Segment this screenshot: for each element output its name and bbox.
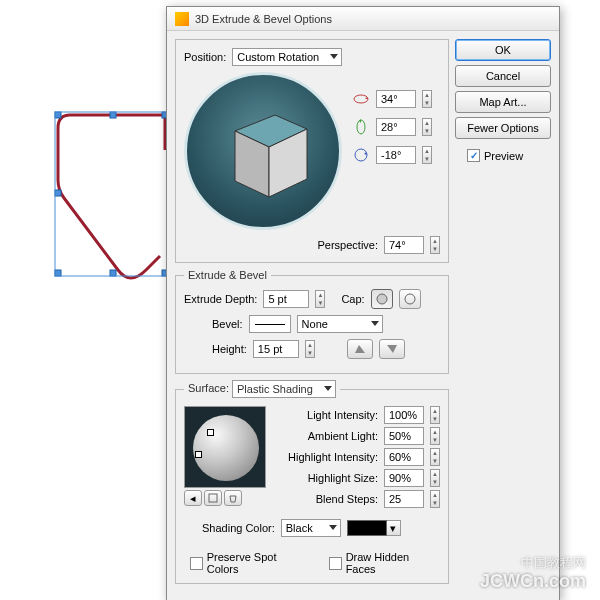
delete-light-button[interactable] (224, 490, 242, 506)
rotation-trackball[interactable] (184, 72, 342, 230)
extrude-bevel-group: Extrude & Bevel Extrude Depth: 5 pt ▲▼ C… (175, 269, 449, 374)
cap-label: Cap: (341, 293, 364, 305)
preserve-spot-checkbox[interactable] (190, 557, 203, 570)
chevron-down-icon (371, 321, 379, 326)
svg-rect-7 (55, 112, 168, 276)
ambient-light-field[interactable]: 50% (384, 427, 424, 445)
shading-color-picker[interactable]: ▾ (387, 520, 401, 536)
highlight-size-label: Highlight Size: (278, 472, 378, 484)
stepper-z[interactable]: ▲▼ (422, 146, 432, 164)
cancel-button[interactable]: Cancel (455, 65, 551, 87)
svg-point-14 (377, 294, 387, 304)
ok-button[interactable]: OK (455, 39, 551, 61)
shading-color-swatch[interactable] (347, 520, 387, 536)
blend-steps-label: Blend Steps: (278, 493, 378, 505)
bevel-swatch (249, 315, 291, 333)
svg-rect-0 (55, 112, 61, 118)
stepper[interactable]: ▲▼ (430, 490, 440, 508)
depth-label: Extrude Depth: (184, 293, 257, 305)
stepper-y[interactable]: ▲▼ (422, 118, 432, 136)
light-intensity-label: Light Intensity: (278, 409, 378, 421)
perspective-label: Perspective: (317, 239, 378, 251)
bevel-dropdown[interactable]: None (297, 315, 383, 333)
highlight-size-field[interactable]: 90% (384, 469, 424, 487)
map-art-button[interactable]: Map Art... (455, 91, 551, 113)
titlebar[interactable]: 3D Extrude & Bevel Options (167, 7, 559, 31)
position-dropdown[interactable]: Custom Rotation (232, 48, 342, 66)
position-group: Position: Custom Rotation (175, 39, 449, 263)
preserve-spot-label: Preserve Spot Colors (207, 551, 309, 575)
rotate-x-field[interactable]: 34° (376, 90, 416, 108)
svg-point-15 (405, 294, 415, 304)
draw-hidden-label: Draw Hidden Faces (346, 551, 440, 575)
app-icon (175, 12, 189, 26)
depth-field[interactable]: 5 pt (263, 290, 309, 308)
bevel-extent-in-button[interactable] (347, 339, 373, 359)
light-handle[interactable] (195, 451, 202, 458)
new-light-button[interactable] (204, 490, 222, 506)
light-back-button[interactable]: ◂ (184, 490, 202, 506)
rotate-z-field[interactable]: -18° (376, 146, 416, 164)
shading-color-dropdown[interactable]: Black (281, 519, 341, 537)
bevel-label: Bevel: (212, 318, 243, 330)
light-intensity-field[interactable]: 100% (384, 406, 424, 424)
preview-checkbox[interactable]: ✓ (467, 149, 480, 162)
light-preview[interactable] (184, 406, 266, 488)
ambient-light-label: Ambient Light: (278, 430, 378, 442)
shading-color-label: Shading Color: (202, 522, 275, 534)
blend-steps-field[interactable]: 25 (384, 490, 424, 508)
selected-path[interactable] (50, 110, 180, 290)
cube-preview (225, 107, 315, 201)
surface-group: Surface: Plastic Shading ◂ (175, 380, 449, 584)
svg-rect-16 (209, 494, 217, 502)
dialog-3d-extrude-bevel: 3D Extrude & Bevel Options Position: Cus… (166, 6, 560, 600)
chevron-down-icon (330, 54, 338, 59)
highlight-intensity-field[interactable]: 60% (384, 448, 424, 466)
stepper[interactable]: ▲▼ (430, 427, 440, 445)
fewer-options-button[interactable]: Fewer Options (455, 117, 551, 139)
surface-dropdown[interactable]: Plastic Shading (232, 380, 336, 398)
svg-rect-4 (110, 270, 116, 276)
light-handle[interactable] (207, 429, 214, 436)
svg-rect-2 (55, 270, 61, 276)
surface-legend: Surface: (188, 382, 229, 394)
svg-point-13 (355, 149, 367, 161)
perspective-field[interactable]: 74° (384, 236, 424, 254)
position-label: Position: (184, 51, 226, 63)
stepper-perspective[interactable]: ▲▼ (430, 236, 440, 254)
stepper-height[interactable]: ▲▼ (305, 340, 315, 358)
cap-off-button[interactable] (399, 289, 421, 309)
rotate-x-icon (352, 90, 370, 108)
watermark-url: JCWCn.com (480, 571, 586, 592)
stepper[interactable]: ▲▼ (430, 469, 440, 487)
svg-rect-1 (55, 190, 61, 196)
height-label: Height: (212, 343, 247, 355)
chevron-down-icon (329, 525, 337, 530)
draw-hidden-checkbox[interactable] (329, 557, 342, 570)
rotate-y-icon (352, 118, 370, 136)
rotate-z-icon (352, 146, 370, 164)
chevron-down-icon (324, 386, 332, 391)
rotate-y-field[interactable]: 28° (376, 118, 416, 136)
stepper[interactable]: ▲▼ (430, 406, 440, 424)
stepper-depth[interactable]: ▲▼ (315, 290, 325, 308)
height-field[interactable]: 15 pt (253, 340, 299, 358)
dialog-title: 3D Extrude & Bevel Options (195, 13, 332, 25)
bevel-extent-out-button[interactable] (379, 339, 405, 359)
preview-label: Preview (484, 150, 523, 162)
cap-on-button[interactable] (371, 289, 393, 309)
highlight-intensity-label: Highlight Intensity: (278, 451, 378, 463)
watermark-text: 中国教程网 (521, 554, 586, 572)
svg-rect-3 (110, 112, 116, 118)
stepper-x[interactable]: ▲▼ (422, 90, 432, 108)
extrude-legend: Extrude & Bevel (184, 269, 271, 281)
stepper[interactable]: ▲▼ (430, 448, 440, 466)
